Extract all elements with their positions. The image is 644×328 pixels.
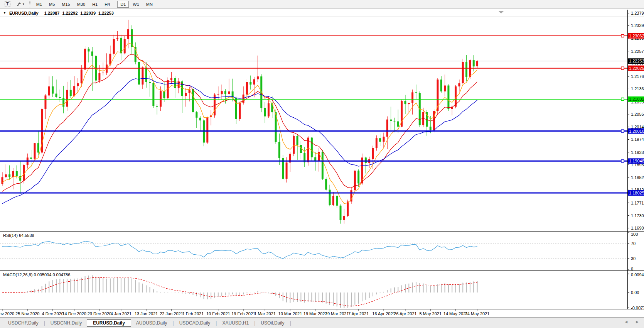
- candle-body: [260, 76, 262, 108]
- date-axis-label: 29 Mar 2021: [325, 311, 349, 316]
- candle-body: [149, 82, 151, 83]
- candle-body: [235, 98, 237, 119]
- shift-marker-icon[interactable]: [498, 11, 504, 14]
- tab-xauusd-h1[interactable]: XAUUSD,H1: [217, 319, 254, 327]
- timeframe-d1-button[interactable]: D1: [117, 1, 129, 8]
- current-price-label: 1.22253: [629, 59, 644, 63]
- candle-body: [476, 61, 478, 66]
- candle-body: [37, 143, 39, 152]
- date-axis-label: 1 Feb 2021: [182, 311, 204, 316]
- candle-body: [91, 51, 93, 56]
- candle-body: [221, 91, 223, 94]
- price-axis-tick-label: 1.22570: [631, 49, 644, 54]
- price-axis-tick-label: 1.18520: [631, 175, 644, 180]
- rsi-axis-label: 70: [631, 241, 636, 246]
- rsi-axis-label: 100: [631, 232, 638, 237]
- candle-body: [239, 103, 241, 119]
- tab-usdcnh-daily[interactable]: USDCNH,Daily: [46, 319, 87, 327]
- date-axis-label: 23 Dec 2020: [88, 311, 111, 316]
- candle-body: [404, 101, 406, 104]
- timeframe-h1-button[interactable]: H1: [89, 1, 101, 8]
- symbol-caret-icon[interactable]: ▼: [3, 11, 6, 15]
- candle-body: [145, 68, 147, 82]
- candle-body: [253, 79, 255, 85]
- candle-body: [440, 79, 442, 91]
- candle-body: [30, 157, 32, 159]
- timeframe-m1-button[interactable]: M1: [33, 1, 45, 8]
- cursor-mode-button[interactable]: ▾: [14, 1, 27, 8]
- date-axis-label: 1 Mar 2021: [254, 311, 276, 316]
- candle-body: [116, 38, 118, 39]
- candle-body: [34, 143, 35, 159]
- date-axis-label: 4 Jan 2021: [111, 311, 131, 316]
- chart-header: ▼ EURUSD,Daily 1.22087 1.22292 1.22039 1…: [3, 10, 114, 16]
- chart-window: ▼ EURUSD,Daily 1.22087 1.22292 1.22039 1…: [0, 9, 644, 318]
- candle-body: [397, 122, 399, 127]
- date-axis-label: 22 Jan 2021: [160, 311, 183, 316]
- candle-body: [70, 90, 72, 96]
- line-handle[interactable]: [621, 160, 624, 162]
- candle-body: [271, 103, 273, 112]
- candle-body: [322, 152, 324, 179]
- candle-body: [113, 39, 115, 54]
- candle-body: [447, 86, 449, 109]
- candle-body: [138, 62, 140, 85]
- tab-usoil-daily[interactable]: USOil,Daily: [256, 319, 289, 327]
- timeframe-m30-button[interactable]: M30: [74, 1, 88, 8]
- candle-body: [268, 103, 270, 117]
- rsi-title: RSI(14) 64.5538: [3, 233, 34, 238]
- candle-body: [142, 68, 143, 85]
- tab-usdchf-daily[interactable]: USDCHF,Daily: [3, 319, 44, 327]
- candle-body: [5, 174, 7, 177]
- candle-body: [311, 138, 313, 157]
- candle-body: [19, 176, 21, 181]
- candle-body: [408, 103, 410, 104]
- candle-body: [354, 171, 356, 190]
- line-handle[interactable]: [621, 67, 624, 69]
- rsi-axis-label: 30: [631, 256, 636, 261]
- date-axis-label: 7 Apr 2021: [348, 311, 369, 316]
- macd-title: MACD(12,26,9) 0.005004 0.004786: [3, 272, 70, 277]
- candle-body: [264, 108, 266, 117]
- tab-eurusd-daily[interactable]: EURUSD,Daily: [87, 319, 131, 327]
- candle-body: [124, 39, 126, 53]
- candle-body: [48, 86, 50, 95]
- candle-body: [379, 138, 381, 142]
- candle-body: [12, 171, 14, 177]
- candle-body: [127, 29, 129, 39]
- tab-scroll-right-icon[interactable]: ▶: [636, 320, 639, 324]
- line-handle[interactable]: [621, 98, 624, 100]
- candle-body: [332, 196, 334, 205]
- timeframe-m15-button[interactable]: M15: [59, 1, 73, 8]
- price-chart[interactable]: 1.237901.233901.229801.225701.221701.217…: [0, 9, 644, 318]
- price-axis-tick-label: 1.23790: [631, 11, 644, 15]
- date-axis-label: 14 May 2021: [443, 311, 468, 316]
- candle-body: [98, 73, 100, 80]
- timeframe-mn-button[interactable]: MN: [143, 1, 156, 8]
- candle-body: [152, 83, 154, 106]
- tab-usdcad-daily[interactable]: USDCAD,Daily: [174, 319, 216, 327]
- arrows-icon: [17, 2, 22, 7]
- tab-scroll-left-icon[interactable]: ◀: [625, 320, 627, 324]
- mt4-terminal: T ▾ M1 M5 M15 M30 H1 H4 D1 W1 MN ▼ EURUS…: [0, 0, 644, 328]
- candle-body: [52, 86, 54, 94]
- line-handle[interactable]: [621, 34, 624, 37]
- text-tool-button[interactable]: T: [2, 1, 13, 8]
- candle-body: [199, 118, 201, 120]
- timeframe-h4-button[interactable]: H4: [101, 1, 113, 8]
- toolbar-grip[interactable]: [29, 1, 30, 7]
- candle-body: [250, 82, 251, 85]
- candle-body: [286, 162, 288, 179]
- timeframe-m5-button[interactable]: M5: [46, 1, 58, 8]
- line-handle[interactable]: [621, 130, 624, 132]
- price-axis-tick-label: 1.21360: [631, 86, 644, 91]
- candle-body: [88, 49, 89, 51]
- tab-audusd-daily[interactable]: AUDUSD,Daily: [131, 319, 172, 327]
- macd-axis-label: -0.007778: [631, 306, 644, 310]
- date-axis-label: 16 Apr 2021: [372, 311, 395, 316]
- tab-scroll-arrows: ◀ ▶: [625, 320, 639, 324]
- timeframe-w1-button[interactable]: W1: [130, 1, 142, 8]
- candle-body: [120, 38, 122, 53]
- candle-body: [458, 83, 460, 86]
- candle-body: [411, 92, 413, 103]
